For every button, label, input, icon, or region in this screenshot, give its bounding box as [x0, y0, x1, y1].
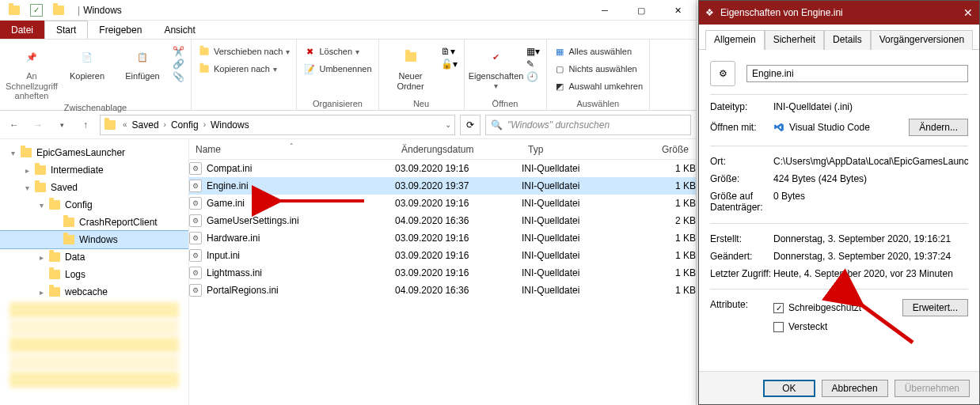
ini-file-icon: ⚙ — [189, 232, 202, 244]
edit-icon[interactable]: ✎ — [526, 59, 540, 70]
tree-node[interactable]: ▾Saved — [0, 179, 188, 196]
maximize-button[interactable]: ▢ — [623, 0, 659, 21]
ribbon-group-organize: Organisieren — [303, 97, 371, 110]
explorer-window: ✓ | Windows ─ ▢ ✕ Datei Start Freigeben … — [0, 0, 697, 405]
search-icon: 🔍 — [491, 119, 503, 131]
paste-shortcut-icon[interactable]: 📎 — [173, 71, 184, 82]
rename-button[interactable]: 📝Umbenennen — [303, 60, 371, 78]
tree-node[interactable]: ▸Intermediate — [0, 161, 188, 179]
gear-icon: ❖ — [705, 7, 714, 18]
file-row[interactable]: ⚙Hardware.ini03.09.2020 19:16INI-Quellda… — [189, 229, 696, 247]
copy-button[interactable]: 📄Kopieren — [62, 43, 112, 81]
tree-node[interactable]: ▸webcache — [0, 283, 188, 301]
new-item-icon[interactable]: 🗎▾ — [441, 46, 458, 57]
pin-quickaccess-button[interactable]: 📌An Schnellzugriff anheften — [6, 43, 57, 101]
vscode-icon — [773, 122, 784, 133]
ini-file-icon: ⚙ — [189, 249, 202, 262]
file-row[interactable]: ⚙PortalRegions.ini04.09.2020 16:36INI-Qu… — [189, 282, 696, 299]
tree-node[interactable]: CrashReportClient — [0, 214, 188, 231]
pin-icon: 📌 — [19, 44, 44, 70]
filename-input[interactable]: Engine.ini — [746, 65, 968, 82]
ribbon-group-select: Auswählen — [553, 97, 644, 110]
history-icon[interactable]: 🕘 — [526, 71, 540, 82]
cut-icon[interactable]: ✂️ — [173, 46, 184, 57]
hidden-checkbox[interactable]: Versteckt — [773, 321, 968, 332]
advanced-button[interactable]: Erweitert... — [902, 299, 968, 316]
col-date[interactable]: Änderungsdatum — [395, 144, 522, 155]
close-button[interactable]: ✕ — [659, 0, 696, 21]
file-row[interactable]: ⚙Engine.ini03.09.2020 19:37INI-Quelldate… — [189, 177, 696, 195]
folder-icon — [52, 4, 65, 17]
delete-button[interactable]: ✖Löschen▾ — [303, 43, 359, 60]
tree-node[interactable]: ▾EpicGamesLauncher — [0, 144, 188, 161]
invert-selection-button[interactable]: ◩Auswahl umkehren — [553, 78, 644, 95]
select-all-button[interactable]: ▦Alles auswählen — [553, 43, 632, 60]
copypath-icon[interactable]: 🔗 — [173, 59, 184, 70]
file-row[interactable]: ⚙Game.ini03.09.2020 19:16INI-Quelldatei1… — [189, 195, 696, 212]
ribbon: 📌An Schnellzugriff anheften 📄Kopieren 📋E… — [0, 40, 696, 111]
cancel-button[interactable]: Abbrechen — [822, 380, 888, 397]
tab-details[interactable]: Details — [824, 30, 871, 50]
rename-icon: 📝 — [303, 62, 316, 75]
refresh-button[interactable]: ⟳ — [460, 115, 481, 135]
file-row[interactable]: ⚙Compat.ini03.09.2020 19:16INI-Quelldate… — [189, 160, 696, 177]
ini-file-icon: ⚙ — [189, 267, 202, 279]
breadcrumb[interactable]: Saved — [129, 119, 162, 131]
ini-file-icon: ⚙ — [189, 197, 202, 210]
change-openwith-button[interactable]: Ändern... — [909, 119, 968, 136]
dialog-titlebar: ❖Eigenschaften von Engine.ini ✕ — [699, 1, 979, 25]
address-bar[interactable]: « Saved› Config› Windows ⌄ — [100, 115, 455, 135]
easy-access-icon[interactable]: 🔓▾ — [441, 59, 458, 70]
file-row[interactable]: ⚙GameUserSettings.ini04.09.2020 16:36INI… — [189, 212, 696, 229]
column-headers[interactable]: ˄Name Änderungsdatum Typ Größe — [189, 139, 696, 160]
ok-button[interactable]: OK — [763, 380, 815, 397]
apply-button[interactable]: Übernehmen — [895, 380, 970, 397]
minimize-button[interactable]: ─ — [587, 0, 623, 21]
tab-view[interactable]: Ansicht — [153, 21, 206, 39]
file-row[interactable]: ⚙Input.ini03.09.2020 19:16INI-Quelldatei… — [189, 247, 696, 264]
address-dropdown[interactable]: ⌄ — [445, 120, 451, 129]
properties-button[interactable]: ✔Eigenschaften▾ — [471, 43, 522, 90]
forward-button[interactable]: → — [28, 115, 47, 134]
open-icon[interactable]: ▦▾ — [526, 46, 540, 57]
created-value: Donnerstag, 3. September 2020, 19:16:21 — [773, 233, 968, 244]
breadcrumb[interactable]: Windows — [207, 119, 253, 131]
readonly-checkbox[interactable]: ✓Schreibgeschützt — [773, 302, 861, 313]
col-type[interactable]: Typ — [522, 144, 632, 155]
invert-icon: ◩ — [553, 80, 566, 93]
close-button[interactable]: ✕ — [963, 6, 973, 19]
file-row[interactable]: ⚙Lightmass.ini03.09.2020 19:16INI-Quelld… — [189, 264, 696, 282]
tab-previous[interactable]: Vorgängerversionen — [871, 30, 973, 50]
tree-node[interactable]: ▾Config — [0, 196, 188, 214]
move-to-button[interactable]: Verschieben nach▾ — [198, 43, 290, 60]
paste-icon: 📋 — [130, 44, 155, 70]
tab-start[interactable]: Start — [44, 21, 88, 39]
tab-share[interactable]: Freigeben — [88, 21, 153, 39]
tab-general[interactable]: Allgemein — [705, 30, 765, 50]
copy-to-button[interactable]: Kopieren nach▾ — [198, 60, 277, 78]
titlebar: ✓ | Windows ─ ▢ ✕ — [0, 0, 696, 21]
paste-button[interactable]: 📋Einfügen — [117, 43, 168, 81]
qat-checkbox-icon[interactable]: ✓ — [30, 4, 43, 17]
tree-node[interactable]: ▸Data — [0, 248, 188, 266]
size-on-disk-value: 0 Bytes — [773, 191, 968, 202]
up-button[interactable]: ↑ — [76, 115, 95, 134]
breadcrumb[interactable]: Config — [168, 119, 202, 131]
menu-tabs: Datei Start Freigeben Ansicht — [0, 21, 696, 40]
folder-icon — [8, 4, 21, 17]
tree-node[interactable]: Logs — [0, 266, 188, 283]
tab-file[interactable]: Datei — [0, 21, 44, 39]
col-size[interactable]: Größe — [632, 144, 696, 155]
delete-icon: ✖ — [303, 45, 316, 58]
dialog-title: Eigenschaften von Engine.ini — [720, 7, 843, 18]
select-none-button[interactable]: ▢Nichts auswählen — [553, 60, 637, 78]
back-button[interactable]: ← — [5, 115, 24, 134]
col-name[interactable]: ˄Name — [189, 144, 395, 155]
tree-node[interactable]: Windows — [0, 231, 188, 248]
recent-dropdown[interactable]: ▾ — [52, 115, 71, 134]
nav-tree[interactable]: ▾EpicGamesLauncher▸Intermediate▾Saved▾Co… — [0, 139, 189, 405]
search-box[interactable]: 🔍 "Windows" durchsuchen — [485, 115, 691, 135]
new-folder-button[interactable]: Neuer Ordner — [386, 43, 436, 91]
dialog-footer: OK Abbrechen Übernehmen — [699, 371, 979, 404]
tab-security[interactable]: Sicherheit — [765, 30, 824, 50]
